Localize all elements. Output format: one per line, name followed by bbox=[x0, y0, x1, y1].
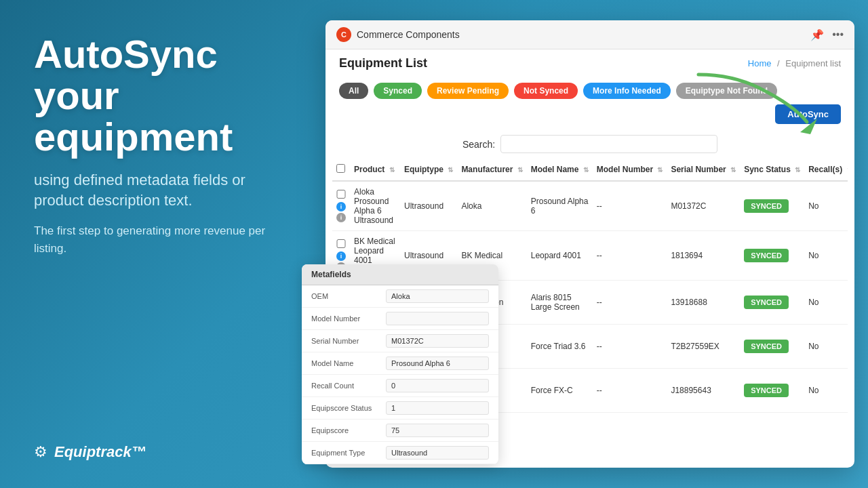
th-sync-status[interactable]: Sync Status ⇅ bbox=[740, 159, 804, 181]
breadcrumb-home[interactable]: Home bbox=[748, 58, 772, 68]
pin-icon[interactable]: 📌 bbox=[810, 28, 824, 41]
info-icon-1[interactable]: i bbox=[336, 251, 346, 261]
th-equiptype[interactable]: Equiptype ⇅ bbox=[400, 159, 457, 181]
meta-label-5: Equipscore Status bbox=[311, 404, 379, 412]
breadcrumb: Home / Equipment list bbox=[748, 58, 841, 68]
th-serial-number[interactable]: Serial Number ⇅ bbox=[667, 159, 740, 181]
title-bar: C Commerce Components 📌 ••• bbox=[326, 20, 854, 49]
filter-review-btn[interactable]: Review Pending bbox=[427, 83, 509, 99]
row-modelname-2: Alaris 8015 Large Screen bbox=[527, 281, 593, 325]
info-icon-0[interactable]: i bbox=[336, 202, 346, 211]
synced-badge-2: SYNCED bbox=[744, 296, 789, 309]
filter-notfound-btn[interactable]: Equiptype Not Found bbox=[676, 83, 777, 99]
row-product-0: Aloka Prosound Alpha 6 Ultrasound bbox=[350, 181, 400, 231]
select-all-checkbox[interactable] bbox=[336, 164, 345, 173]
row-serialnumber-2: 13918688 bbox=[667, 281, 740, 325]
row-modelname-0: Prosound Alpha 6 bbox=[527, 181, 593, 231]
title-bar-right: 📌 ••• bbox=[810, 28, 844, 41]
sort-equiptype-icon: ⇅ bbox=[448, 166, 453, 174]
headline: AutoSync your equipment bbox=[34, 34, 292, 158]
meta-label-3: Model Name bbox=[311, 359, 379, 367]
row-syncstatus-4: SYNCED bbox=[740, 369, 804, 413]
sort-modelname-icon: ⇅ bbox=[583, 166, 589, 174]
th-manufacturer[interactable]: Manufacturer ⇅ bbox=[457, 159, 526, 181]
filter-all-btn[interactable]: All bbox=[339, 83, 368, 99]
breadcrumb-current: Equipment list bbox=[785, 58, 841, 68]
meta-value-0: Aloka bbox=[386, 289, 489, 303]
autosync-button[interactable]: AutoSync bbox=[775, 104, 841, 124]
search-label: Search: bbox=[462, 139, 495, 150]
brand: ⚙ Equiptrack™ bbox=[34, 443, 292, 461]
filter-moreinfo-btn[interactable]: More Info Needed bbox=[583, 83, 671, 99]
meta-value-2: M01372C bbox=[386, 334, 489, 348]
sort-syncstatus-icon: ⇅ bbox=[795, 166, 800, 174]
row-modelnumber-1: -- bbox=[593, 231, 667, 281]
more-icon[interactable]: ••• bbox=[832, 28, 844, 41]
th-model-number[interactable]: Model Number ⇅ bbox=[593, 159, 667, 181]
row-recalls-1: No bbox=[804, 231, 848, 281]
table-row[interactable]: i i Aloka Prosound Alpha 6 Ultrasound Ul… bbox=[332, 181, 848, 231]
meta-row: Equipscore 75 bbox=[302, 420, 498, 442]
breadcrumb-bar: Equipment List Home / Equipment list bbox=[326, 49, 854, 77]
row-modelname-3: Force Triad 3.6 bbox=[527, 325, 593, 369]
meta-value-3: Prosound Alpha 6 bbox=[386, 357, 489, 370]
row-syncstatus-2: SYNCED bbox=[740, 281, 804, 325]
row-syncstatus-1: SYNCED bbox=[740, 231, 804, 281]
filter-notsynced-btn[interactable]: Not Synced bbox=[514, 83, 578, 99]
sort-modelnumber-icon: ⇅ bbox=[657, 166, 663, 174]
app-logo: C bbox=[336, 27, 351, 42]
synced-badge-0: SYNCED bbox=[744, 199, 789, 213]
search-bar: Search: bbox=[326, 131, 854, 159]
meta-label-2: Serial Number bbox=[311, 337, 379, 345]
row-checkbox-0[interactable] bbox=[336, 190, 346, 199]
th-model-name[interactable]: Model Name ⇅ bbox=[527, 159, 593, 181]
meta-row: Model Number bbox=[302, 308, 498, 330]
sort-product-icon: ⇅ bbox=[389, 166, 395, 174]
meta-row: OEM Aloka bbox=[302, 285, 498, 308]
search-input[interactable] bbox=[500, 135, 717, 153]
title-bar-left: C Commerce Components bbox=[336, 27, 460, 42]
meta-value-5: 1 bbox=[386, 401, 489, 415]
row-modelnumber-3: -- bbox=[593, 325, 667, 369]
breadcrumb-separator: / bbox=[777, 58, 780, 68]
meta-label-0: OEM bbox=[311, 292, 379, 300]
brand-icon: ⚙ bbox=[34, 443, 47, 461]
synced-badge-1: SYNCED bbox=[744, 249, 789, 262]
row-serialnumber-3: T2B27559EX bbox=[667, 325, 740, 369]
meta-row: Equipscore Status 1 bbox=[302, 397, 498, 420]
meta-label-6: Equipscore bbox=[311, 426, 379, 434]
metafields-body: OEM Aloka Model Number Serial Number M01… bbox=[302, 285, 498, 464]
subtext: using defined metadata fields or product… bbox=[34, 170, 292, 212]
meta-value-4: 0 bbox=[386, 379, 489, 392]
meta-row: Serial Number M01372C bbox=[302, 330, 498, 352]
row-recalls-3: No bbox=[804, 325, 848, 369]
meta-label-7: Equipment Type bbox=[311, 449, 379, 457]
synced-badge-3: SYNCED bbox=[744, 340, 789, 353]
row-modelnumber-2: -- bbox=[593, 281, 667, 325]
left-panel: AutoSync your equipment using defined me… bbox=[0, 0, 319, 488]
row-checkbox-1[interactable] bbox=[336, 239, 346, 248]
row-serialnumber-0: M01372C bbox=[667, 181, 740, 231]
page-title: Equipment List bbox=[339, 56, 427, 70]
app-title-label: Commerce Components bbox=[357, 29, 460, 40]
row-syncstatus-0: SYNCED bbox=[740, 181, 804, 231]
meta-label-1: Model Number bbox=[311, 314, 379, 323]
meta-value-7: Ultrasound bbox=[386, 446, 489, 460]
meta-label-4: Recall Count bbox=[311, 382, 379, 390]
row-syncstatus-3: SYNCED bbox=[740, 325, 804, 369]
metafields-title: Metafields bbox=[302, 264, 498, 285]
th-product[interactable]: Product ⇅ bbox=[350, 159, 400, 181]
metafields-panel: Metafields OEM Aloka Model Number Serial… bbox=[302, 264, 498, 464]
filter-synced-btn[interactable]: Synced bbox=[374, 83, 422, 99]
details-icon-0[interactable]: i bbox=[336, 213, 346, 222]
synced-badge-4: SYNCED bbox=[744, 384, 789, 397]
row-equiptype-0: Ultrasound bbox=[400, 181, 457, 231]
brand-name: Equiptrack™ bbox=[54, 443, 146, 461]
meta-value-6: 75 bbox=[386, 424, 489, 437]
th-recalls[interactable]: Recall(s) ⇅ bbox=[804, 159, 848, 181]
table-header-row: Product ⇅ Equiptype ⇅ Manufacturer ⇅ Mod… bbox=[332, 159, 848, 181]
filter-bar: All Synced Review Pending Not Synced Mor… bbox=[326, 77, 854, 131]
row-manufacturer-0: Aloka bbox=[457, 181, 526, 231]
sort-serialnumber-icon: ⇅ bbox=[730, 166, 736, 174]
row-recalls-2: No bbox=[804, 281, 848, 325]
